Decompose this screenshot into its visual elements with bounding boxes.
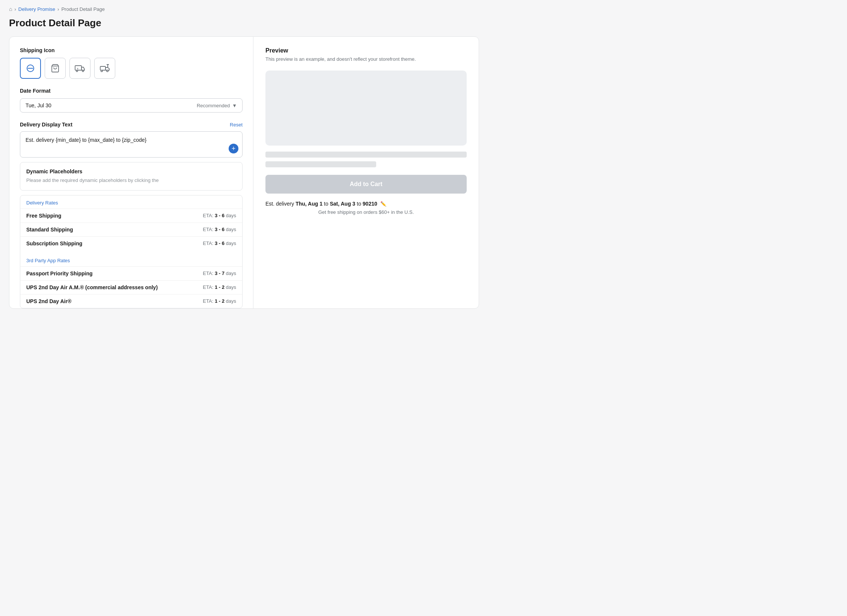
rate-name: Standard Shipping [26, 227, 73, 233]
page-title: Product Detail Page [9, 17, 479, 29]
svg-point-4 [76, 70, 78, 72]
delivery-display-label: Delivery Display Text [20, 122, 72, 128]
preview-image [265, 71, 467, 146]
right-panel: Preview This preview is an example, and … [253, 37, 479, 308]
delivery-display-header: Delivery Display Text Reset [20, 122, 243, 128]
rate-eta: ETA: 3 - 7 days [203, 270, 236, 276]
breadcrumb-separator-1: › [14, 6, 16, 12]
rate-name: UPS 2nd Day Air A.M.® (commercial addres… [26, 284, 158, 290]
rate-name: Subscription Shipping [26, 240, 82, 246]
delivery-display-section: Delivery Display Text Reset Est. deliver… [20, 122, 243, 158]
svg-rect-7 [100, 66, 105, 70]
preview-title-bar [265, 152, 467, 158]
date-format-select[interactable]: Tue, Jul 30 Recommended ▼ [20, 98, 243, 113]
rates-group-label-2: 3rd Party App Rates [20, 253, 242, 266]
icon-option-no-shipping[interactable] [20, 58, 41, 79]
svg-point-8 [101, 70, 102, 72]
reset-button[interactable]: Reset [230, 122, 243, 128]
table-row: Passport Priority Shipping ETA: 3 - 7 da… [20, 266, 242, 280]
icon-option-truck[interactable] [69, 58, 90, 79]
main-card: Shipping Icon [9, 36, 479, 309]
rates-group-label-1: Delivery Rates [20, 195, 242, 209]
edit-zip-icon[interactable]: ✏️ [380, 201, 386, 207]
dynamic-placeholders-desc: Please add the required dynamic placehol… [26, 177, 236, 184]
delivery-rates-section: Delivery Rates Free Shipping ETA: 3 - 6 … [20, 195, 243, 308]
breadcrumb-current: Product Detail Page [61, 6, 105, 12]
svg-rect-3 [75, 66, 81, 70]
left-panel: Shipping Icon [9, 37, 253, 308]
home-icon[interactable]: ⌂ [9, 6, 12, 12]
preview-title: Preview [265, 47, 467, 54]
svg-point-5 [82, 70, 84, 72]
rate-eta: ETA: 1 - 2 days [203, 284, 236, 290]
breadcrumb: ⌂ › Delivery Promise › Product Detail Pa… [9, 6, 479, 12]
chevron-down-icon: ▼ [232, 103, 237, 108]
add-to-cart-button[interactable]: Add to Cart [265, 175, 467, 194]
date-format-recommended: Recommended ▼ [197, 103, 237, 108]
table-row: Free Shipping ETA: 3 - 6 days [20, 209, 242, 222]
svg-point-9 [107, 70, 108, 72]
delivery-text-box[interactable]: Est. delivery {min_date} to {max_date} t… [20, 131, 243, 158]
dynamic-placeholders-title: Dynamic Placeholders [26, 168, 236, 174]
delivery-text-content: Est. delivery {min_date} to {max_date} t… [26, 136, 237, 144]
table-row: Standard Shipping ETA: 3 - 6 days [20, 222, 242, 236]
date-format-value: Tue, Jul 30 [26, 102, 51, 108]
rate-name: Free Shipping [26, 213, 61, 219]
breadcrumb-delivery-promise[interactable]: Delivery Promise [18, 6, 55, 12]
rate-name: Passport Priority Shipping [26, 270, 93, 276]
dynamic-placeholders-box: Dynamic Placeholders Please add the requ… [20, 162, 243, 191]
date-format-label: Date Format [20, 88, 243, 94]
shipping-icon-row [20, 58, 243, 79]
add-placeholder-button[interactable]: + [229, 144, 238, 153]
rate-eta: ETA: 3 - 6 days [203, 213, 236, 218]
table-row: Subscription Shipping ETA: 3 - 6 days [20, 236, 242, 250]
icon-option-forklift[interactable] [94, 58, 115, 79]
preview-desc: This preview is an example, and doesn't … [265, 56, 467, 63]
breadcrumb-separator-2: › [57, 6, 59, 12]
rate-eta: ETA: 3 - 6 days [203, 227, 236, 232]
rate-eta: ETA: 3 - 6 days [203, 240, 236, 246]
preview-subtitle-bar [265, 161, 376, 167]
table-row: UPS 2nd Day Air A.M.® (commercial addres… [20, 280, 242, 294]
free-shipping-note: Get free shipping on orders $60+ in the … [265, 209, 467, 215]
rate-name: UPS 2nd Day Air® [26, 298, 71, 304]
rate-eta: ETA: 1 - 2 days [203, 298, 236, 304]
est-delivery-line: Est. delivery Thu, Aug 1 to Sat, Aug 3 t… [265, 200, 467, 208]
date-format-section: Date Format Tue, Jul 30 Recommended ▼ [20, 88, 243, 113]
shipping-icon-label: Shipping Icon [20, 47, 243, 53]
table-row: UPS 2nd Day Air® ETA: 1 - 2 days [20, 294, 242, 308]
icon-option-cart[interactable] [45, 58, 66, 79]
